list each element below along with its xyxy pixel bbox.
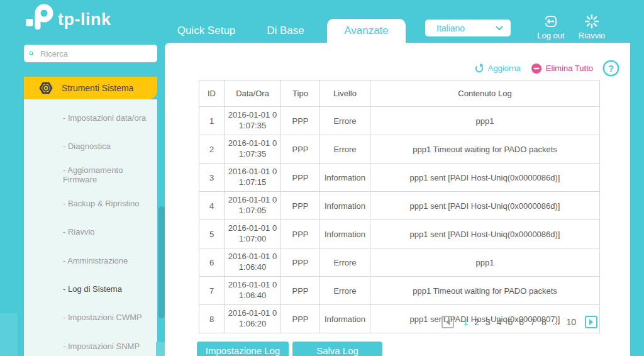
log-id: 7 — [199, 277, 225, 305]
help-icon: ? — [602, 60, 619, 77]
background-decoration — [0, 313, 18, 356]
table-row: 12016-01-01 01:07:35PPPErroreppp1 — [199, 107, 600, 135]
table-row: 32016-01-01 01:07:15PPPInformationppp1 s… — [199, 164, 600, 192]
log-id: 5 — [199, 220, 225, 248]
sidebar-item-backup-ripristino[interactable]: - Backup & Ripristino — [24, 189, 157, 218]
chevron-left-icon — [446, 319, 450, 325]
page-number-2[interactable]: 2 — [474, 317, 479, 327]
sidebar-scrollbar-thumb[interactable] — [158, 206, 165, 318]
sidebar-item-amministrazione[interactable]: - Amministrazione — [24, 246, 157, 274]
log-content: ppp1 — [370, 248, 600, 277]
log-type: PPP — [281, 164, 320, 192]
delete-all-button[interactable]: Elimina Tutto — [531, 63, 593, 74]
page-number-10[interactable]: 10 — [566, 317, 576, 327]
log-datetime: 2016-01-01 01:06:40 — [225, 248, 281, 277]
refresh-button[interactable]: Aggiorna — [474, 63, 521, 74]
reboot-label: Riavvio — [579, 31, 606, 40]
sidebar-item-impostazioni-data-ora[interactable]: - Impostazioni data/ora — [24, 104, 157, 132]
log-datetime: 2016-01-01 01:06:20 — [225, 305, 281, 333]
log-level: Errore — [320, 135, 370, 164]
log-level: Information — [320, 192, 370, 220]
page-number-7[interactable]: 7 — [530, 317, 535, 327]
sidebar-item-log-di-sistema[interactable]: - Log di Sistema — [24, 275, 157, 303]
sidebar-item-aggiornamento-firmware[interactable]: - Aggiornamento Firmware — [24, 161, 157, 189]
log-content: ppp1 sent [PADI Host-Uniq(0x0000086d)] — [370, 164, 600, 192]
page-number-3[interactable]: 3 — [486, 317, 491, 327]
table-row: 52016-01-01 01:07:00PPPInformationppp1 s… — [199, 220, 600, 248]
minus-circle-icon — [531, 63, 542, 74]
page-number-6[interactable]: 6 — [519, 317, 524, 327]
tp-link-admin-page: tp-link Quick Setup Di Base Avanzate Ita… — [0, 0, 644, 356]
tp-link-logo: tp-link — [23, 4, 123, 39]
sidebar-item-diagnostica[interactable]: - Diagnostica — [24, 132, 157, 160]
table-row: 42016-01-01 01:07:05PPPInformationppp1 s… — [199, 192, 600, 220]
log-type: PPP — [281, 277, 320, 305]
logout-icon — [543, 14, 558, 29]
column-header-contenuto-log: Contenuto Log — [370, 81, 600, 107]
sidebar-menu: - Impostazioni data/ora- Diagnostica- Ag… — [24, 99, 157, 356]
tab-avanzate[interactable]: Avanzate — [327, 19, 406, 43]
log-type: PPP — [281, 305, 320, 333]
log-content: ppp1 — [370, 107, 600, 135]
sidebar-search — [24, 45, 157, 62]
help-button[interactable]: ? — [602, 60, 619, 77]
language-select[interactable]: Italiano — [425, 19, 511, 36]
log-level: Information — [320, 164, 370, 192]
refresh-label: Aggiorna — [488, 64, 521, 73]
sidebar-item-impostazioni-cwmp[interactable]: - Impostazioni CWMP — [24, 303, 157, 331]
pagination-prev-button[interactable] — [441, 316, 454, 328]
page-number-4[interactable]: 4 — [497, 317, 502, 327]
log-datetime: 2016-01-01 01:07:35 — [225, 135, 281, 164]
log-content: ppp1 sent [PADI Host-Uniq(0x0000086d)] — [370, 192, 600, 220]
pagination-next-button[interactable] — [585, 316, 597, 328]
log-id: 8 — [199, 305, 225, 333]
log-settings-button[interactable]: Impostazione Log — [197, 342, 289, 356]
log-id: 6 — [199, 248, 225, 277]
log-level: Errore — [320, 107, 370, 135]
log-id: 2 — [199, 135, 225, 164]
log-type: PPP — [281, 135, 320, 164]
refresh-icon — [474, 63, 484, 74]
chevron-right-icon — [589, 319, 593, 325]
page-number-1[interactable]: 1 — [463, 317, 468, 327]
log-type: PPP — [281, 248, 320, 277]
log-level: Errore — [320, 277, 370, 305]
log-content: ppp1 sent [PADI Host-Uniq(0x0000086d)] — [370, 220, 600, 248]
table-row: 22016-01-01 01:07:35PPPErroreppp1 Timeou… — [199, 135, 600, 164]
save-log-button[interactable]: Salva Log — [292, 342, 382, 356]
log-level: Information — [320, 220, 370, 248]
sidebar-item-riavvio[interactable]: - Riavvio — [24, 218, 157, 246]
sidebar-item-impostazioni-snmp[interactable]: - Impostazioni SNMP — [24, 331, 157, 356]
column-header-id: ID — [199, 81, 225, 107]
log-type: PPP — [281, 192, 320, 220]
search-input[interactable] — [39, 48, 152, 59]
tab-di-base[interactable]: Di Base — [257, 19, 314, 43]
delete-all-label: Elimina Tutto — [546, 64, 593, 73]
column-header-data-ora: Data/Ora — [225, 81, 281, 107]
chevron-down-icon — [496, 26, 503, 31]
column-header-tipo: Tipo — [281, 81, 320, 107]
svg-text:?: ? — [608, 63, 614, 74]
log-content: ppp1 Timeout waiting for PADO packets — [370, 277, 600, 305]
table-header-row: IDData/OraTipoLivelloContenuto Log — [199, 81, 600, 107]
log-level: Information — [320, 305, 370, 333]
log-type: PPP — [281, 220, 320, 248]
pagination: 12345678...10 — [441, 315, 597, 329]
sidebar-section-strumenti-sistema[interactable]: Strumenti Sistema — [24, 77, 157, 99]
page-number-8[interactable]: 8 — [541, 317, 547, 327]
log-datetime: 2016-01-01 01:07:00 — [225, 220, 281, 248]
content-panel: Aggiorna Elimina Tutto ? IDDa — [165, 43, 630, 356]
page-number-5[interactable]: 5 — [508, 317, 513, 327]
reboot-button[interactable]: Riavvio — [574, 14, 609, 40]
tab-quick-setup[interactable]: Quick Setup — [170, 19, 243, 43]
log-datetime: 2016-01-01 01:07:15 — [225, 164, 281, 192]
gear-icon — [39, 81, 53, 95]
table-row: 72016-01-01 01:06:40PPPErroreppp1 Timeou… — [199, 277, 600, 305]
log-datetime: 2016-01-01 01:06:40 — [225, 277, 281, 305]
language-value: Italiano — [436, 23, 465, 33]
log-datetime: 2016-01-01 01:07:35 — [225, 107, 281, 135]
log-id: 3 — [199, 164, 225, 192]
log-level: Errore — [320, 248, 370, 277]
log-toolbar: Aggiorna Elimina Tutto ? — [474, 60, 619, 77]
logout-button[interactable]: Log out — [533, 14, 569, 40]
